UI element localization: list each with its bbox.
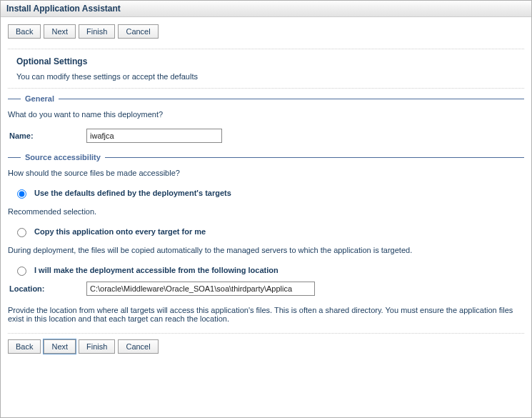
- general-question: What do you want to name this deployment…: [8, 110, 524, 119]
- finish-button[interactable]: Finish: [79, 339, 115, 354]
- location-row: Location:: [8, 282, 524, 296]
- source-legend-text: Source accessibility: [24, 153, 102, 161]
- optional-settings-heading: Optional Settings: [8, 54, 524, 69]
- optional-settings-desc: You can modify these settings or accept …: [8, 72, 524, 89]
- radio-location-row: I will make the deployment accessible fr…: [14, 264, 524, 276]
- install-assistant-window: Install Application Assistant Back Next …: [0, 0, 532, 418]
- window-title: Install Application Assistant: [1, 1, 531, 17]
- back-button[interactable]: Back: [8, 24, 41, 39]
- legend-dash: [59, 99, 524, 99]
- separator: [8, 49, 524, 49]
- finish-button[interactable]: Finish: [79, 24, 115, 39]
- location-input[interactable]: [86, 282, 315, 296]
- separator: [8, 333, 524, 334]
- helper-location: Provide the location from where all targ…: [8, 306, 524, 323]
- radio-copy[interactable]: [17, 228, 26, 237]
- top-button-row: Back Next Finish Cancel: [8, 24, 524, 39]
- radio-copy-row: Copy this application onto every target …: [14, 226, 524, 237]
- radio-defaults[interactable]: [17, 189, 26, 199]
- source-legend: Source accessibility: [8, 153, 524, 161]
- legend-dash: [8, 157, 21, 158]
- helper-copy: During deployment, the files will be cop…: [8, 246, 524, 254]
- source-question: How should the source files be made acce…: [8, 169, 524, 177]
- helper-recommended: Recommended selection.: [8, 207, 524, 216]
- name-row: Name:: [8, 129, 524, 143]
- bottom-button-row: Back Next Finish Cancel: [8, 339, 524, 354]
- general-legend-text: General: [24, 94, 56, 103]
- content-area: Back Next Finish Cancel Optional Setting…: [1, 17, 531, 359]
- back-button[interactable]: Back: [8, 339, 41, 354]
- radio-copy-label: Copy this application onto every target …: [34, 227, 206, 236]
- radio-defaults-row: Use the defaults defined by the deployme…: [14, 187, 524, 199]
- radio-location-label: I will make the deployment accessible fr…: [34, 266, 278, 274]
- next-button[interactable]: Next: [44, 24, 76, 39]
- general-legend: General: [8, 94, 524, 103]
- legend-dash: [105, 157, 524, 158]
- name-label: Name:: [8, 131, 86, 140]
- radio-defaults-label: Use the defaults defined by the deployme…: [34, 189, 231, 197]
- location-label: Location:: [8, 284, 86, 293]
- legend-dash: [8, 99, 21, 99]
- radio-location[interactable]: [17, 267, 26, 276]
- cancel-button[interactable]: Cancel: [118, 24, 158, 39]
- next-button[interactable]: Next: [44, 339, 76, 354]
- cancel-button[interactable]: Cancel: [118, 339, 158, 354]
- name-input[interactable]: [86, 129, 222, 143]
